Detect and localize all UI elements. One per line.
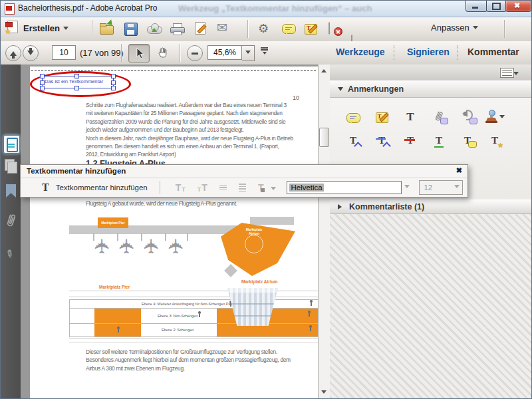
resize-handle[interactable]	[40, 74, 45, 78]
close-toolbar-button[interactable]: ✖	[456, 166, 462, 175]
upload-cloud-button[interactable]	[147, 23, 162, 35]
atrium-label: Marktplatz Atrium	[241, 279, 278, 284]
resize-handle[interactable]	[74, 86, 79, 90]
panel-menu-button[interactable]	[500, 68, 514, 78]
resize-handle[interactable]	[111, 74, 116, 78]
comment-badge-icon	[469, 118, 477, 124]
sidebar-pages-button[interactable]	[3, 159, 19, 174]
vertical-scrollbar[interactable]	[318, 65, 330, 399]
pdf-app-icon	[5, 3, 15, 15]
strikethrough-tool[interactable]: T	[400, 131, 420, 150]
toolbar-overflow-button[interactable]	[261, 47, 268, 57]
empty-comment-list-area	[330, 214, 532, 398]
chevron-down-icon	[473, 26, 478, 32]
next-page-button[interactable]	[23, 45, 39, 61]
resize-handle[interactable]	[111, 80, 116, 85]
previous-page-button[interactable]	[5, 45, 21, 61]
font-size-select[interactable]: 12	[419, 180, 463, 195]
hand-tool-button[interactable]	[153, 44, 173, 61]
minimize-icon	[472, 7, 478, 9]
resize-handle[interactable]	[111, 86, 116, 90]
highlight-text-tool[interactable]: T	[372, 108, 392, 127]
attach-file-tool[interactable]	[429, 107, 449, 126]
page-number: 10	[293, 94, 299, 101]
font-dropdown-button[interactable]	[402, 181, 412, 194]
zoom-out-button[interactable]	[187, 45, 203, 61]
open-file-button[interactable]	[100, 23, 114, 35]
email-button[interactable]: ✉	[217, 22, 227, 34]
zoom-dropdown-button[interactable]	[242, 45, 255, 61]
sign-document-button[interactable]	[195, 22, 205, 35]
save-button[interactable]	[124, 23, 138, 36]
main-toolbar: ★ Erstellen ✉ ⚙ T ↻ Anpassen	[0, 17, 532, 42]
anpassen-button[interactable]: Anpassen	[431, 23, 478, 33]
settings-button[interactable]: ⚙	[258, 23, 269, 35]
resize-handle[interactable]	[74, 74, 79, 78]
resize-handle[interactable]	[40, 86, 45, 90]
sidebar-attachments-button[interactable]	[5, 212, 17, 232]
arrow-up-icon	[10, 48, 17, 56]
separator	[394, 45, 395, 60]
sticky-note-icon	[346, 113, 360, 123]
delete-pages-button[interactable]	[329, 23, 342, 35]
hand-icon	[157, 47, 170, 59]
create-pdf-icon: ★	[5, 21, 20, 35]
sticky-note-tool[interactable]	[343, 108, 363, 127]
star-icon: ★	[497, 142, 503, 149]
sidebar-page-thumbnails-button[interactable]	[3, 135, 20, 154]
scrollbar-thumb[interactable]	[319, 128, 329, 147]
comment-badge-icon	[440, 118, 448, 124]
print-button[interactable]	[170, 23, 184, 35]
comment-tool-button[interactable]	[282, 24, 296, 34]
paragraph-line: Flugsteig A gebaut wurde, wird der neue …	[86, 200, 318, 207]
tab-werkzeuge[interactable]: Werkzeuge	[336, 47, 385, 57]
decrease-font-size-button[interactable]: TT	[176, 182, 186, 193]
add-text-comment-tool[interactable]: T	[400, 108, 420, 126]
highlight-tool-button[interactable]: T	[305, 24, 317, 35]
tab-signieren[interactable]: Signieren	[407, 47, 450, 57]
chevron-down-icon[interactable]	[513, 72, 519, 78]
select-tool-button[interactable]	[128, 44, 150, 63]
titlebar: Bachelorthesis.pdf - Adobe Acrobat Pro W…	[0, 0, 532, 17]
decrease-line-spacing-button[interactable]	[219, 185, 227, 191]
increase-font-size-button[interactable]: TT	[198, 182, 207, 193]
toolbar-title: Textkommentar hinzufügen	[27, 167, 126, 175]
green-underline-icon	[434, 146, 444, 148]
kommentarliste-header[interactable]: Kommentarliste (1)	[330, 200, 532, 214]
close-button[interactable]: ✖	[505, 0, 531, 12]
chevron-down-icon	[271, 187, 276, 193]
increase-line-spacing-button[interactable]	[239, 184, 246, 192]
sidebar-bookmarks-button[interactable]	[6, 184, 16, 198]
text-correction-tool[interactable]: T ★	[485, 131, 505, 150]
sidebar-signatures-button[interactable]: ✎	[3, 247, 17, 261]
separator	[458, 45, 459, 60]
erstellen-button[interactable]: ★ Erstellen	[5, 21, 68, 35]
arrow-down-icon	[321, 390, 327, 396]
scroll-up-button[interactable]	[318, 65, 329, 74]
record-audio-tool[interactable]	[458, 107, 477, 126]
text-color-button[interactable]: T	[258, 182, 264, 193]
minimize-button[interactable]	[466, 0, 487, 12]
stamp-tool[interactable]	[485, 107, 505, 126]
gate-block	[224, 264, 237, 277]
arrow-down-icon	[27, 51, 34, 59]
zoom-level-input[interactable]	[207, 45, 242, 60]
page-icon	[329, 22, 330, 35]
font-family-select[interactable]: Helvetica	[287, 181, 402, 194]
tab-kommentar[interactable]: Kommentar	[467, 47, 519, 57]
chevron-down-icon	[404, 185, 410, 191]
replace-text-tool[interactable]: T	[372, 131, 392, 150]
insert-text-tool[interactable]: T	[343, 131, 363, 150]
sign-document-icon	[195, 22, 205, 35]
resize-handle[interactable]	[40, 80, 45, 85]
text-comment-annotation[interactable]: Das ist ein Textkommentar	[42, 76, 114, 88]
scroll-down-button[interactable]	[318, 388, 329, 398]
separator	[160, 181, 160, 194]
page-number-input[interactable]	[52, 45, 76, 60]
add-note-to-text-tool[interactable]: T	[458, 131, 477, 150]
anmerkungen-header[interactable]: Anmerkungen	[330, 80, 532, 98]
underline-tool[interactable]: T	[429, 131, 449, 150]
chevron-down-icon	[454, 185, 460, 191]
maximize-button[interactable]	[486, 0, 507, 12]
separator	[180, 44, 180, 62]
